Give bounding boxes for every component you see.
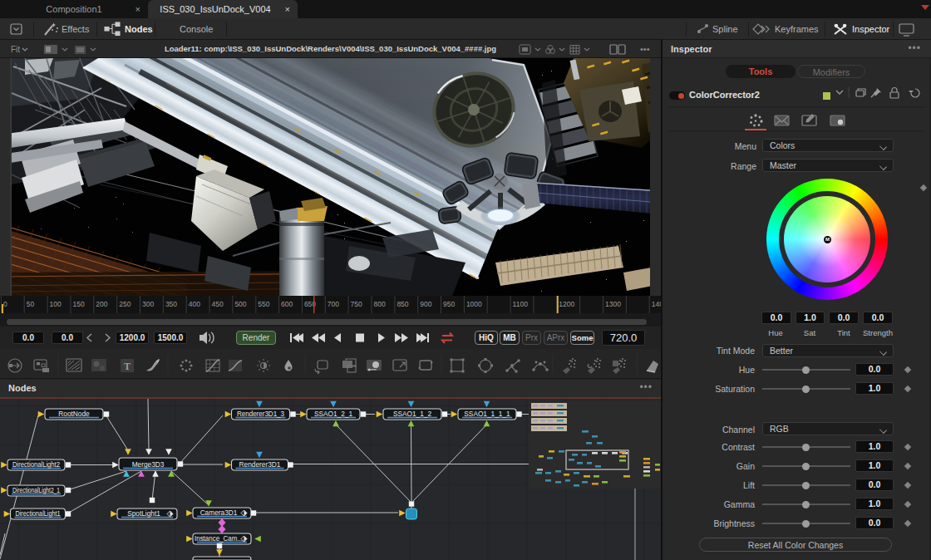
svg-text:100: 100	[50, 300, 62, 308]
svg-text:Camera3D1: Camera3D1	[200, 508, 238, 517]
svg-text:SSAO1_1_2: SSAO1_1_2	[393, 410, 432, 418]
svg-text:450: 450	[212, 300, 224, 308]
svg-text:•••: •••	[640, 44, 650, 54]
svg-text:DirectionalLight2: DirectionalLight2	[12, 460, 60, 469]
svg-text:Merge3D3: Merge3D3	[132, 460, 165, 469]
svg-text:900: 900	[420, 300, 431, 308]
svg-text:200: 200	[96, 300, 107, 308]
svg-text:700: 700	[328, 300, 339, 308]
svg-text:1100: 1100	[513, 300, 529, 308]
svg-text:T: T	[124, 361, 131, 372]
svg-text:SSAO1_1_1_1: SSAO1_1_1_1	[464, 410, 510, 418]
svg-text:350: 350	[165, 300, 177, 308]
svg-text:500: 500	[234, 300, 246, 308]
svg-text:250: 250	[119, 300, 131, 308]
svg-text:DirectionalLight2_1: DirectionalLight2_1	[12, 486, 60, 494]
svg-text:300: 300	[142, 300, 154, 308]
svg-text:Fit: Fit	[11, 45, 20, 54]
svg-text:Renderer3D1_3: Renderer3D1_3	[237, 410, 284, 418]
svg-text:Renderer3D1: Renderer3D1	[239, 460, 281, 469]
svg-text:SSAO1_2_1: SSAO1_2_1	[314, 410, 353, 418]
svg-text:DirectionalLight1: DirectionalLight1	[16, 509, 61, 518]
svg-text:1300: 1300	[605, 300, 621, 308]
svg-text:1000: 1000	[466, 300, 482, 308]
svg-text:1200: 1200	[559, 300, 574, 308]
svg-text:800: 800	[374, 300, 386, 308]
svg-text:400: 400	[189, 300, 200, 308]
svg-text:850: 850	[397, 300, 408, 308]
svg-text:Instance_Cam...: Instance_Cam...	[195, 534, 243, 543]
svg-text:150: 150	[73, 300, 85, 308]
svg-text:550: 550	[258, 300, 269, 308]
svg-text:0: 0	[3, 300, 7, 308]
svg-text:950: 950	[443, 300, 455, 308]
svg-text:750: 750	[351, 300, 362, 308]
svg-text:600: 600	[281, 300, 293, 308]
svg-text:SpotLight1: SpotLight1	[127, 509, 160, 518]
svg-text:1400: 1400	[652, 300, 661, 308]
svg-text:50: 50	[27, 300, 35, 308]
svg-text:RootNode: RootNode	[58, 410, 90, 418]
